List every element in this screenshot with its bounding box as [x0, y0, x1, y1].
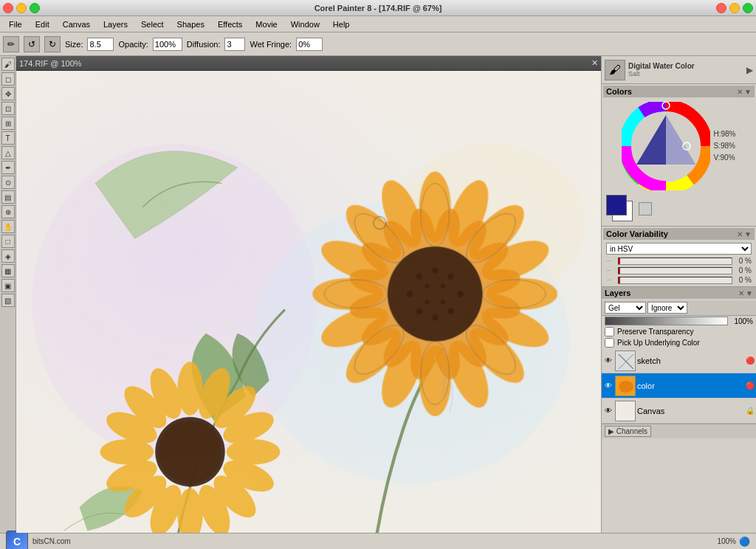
menu-window[interactable]: Window [285, 18, 326, 30]
variability-slider-1: ··· 0 % [603, 256, 755, 266]
eraser-icon[interactable]: ◻ [1, 72, 15, 86]
brush-icon[interactable]: 🖌 [1, 58, 15, 71]
paper-icon[interactable]: ▧ [1, 294, 15, 307]
maximize-button[interactable] [30, 3, 40, 13]
win-close-btn[interactable] [716, 3, 726, 13]
painting-svg: feyte.com 飞特教程网 bitsCN.com [16, 71, 601, 533]
pattern-icon[interactable]: ▦ [1, 264, 15, 277]
variability-mode-select[interactable]: in HSV in RGB [606, 243, 752, 255]
transform-icon[interactable]: ⊡ [1, 102, 15, 115]
win-min-btn[interactable] [729, 3, 740, 13]
close-button[interactable] [3, 3, 13, 13]
menu-file[interactable]: File [3, 18, 28, 30]
variability-slider-bar-1[interactable] [618, 258, 732, 265]
size-input[interactable] [87, 38, 114, 51]
v-value: 90% [721, 153, 735, 162]
fg-color-swatch[interactable] [606, 195, 627, 215]
menu-effects[interactable]: Effects [212, 18, 248, 30]
menu-help[interactable]: Help [327, 18, 356, 30]
diffusion-input[interactable] [224, 38, 245, 51]
hand-icon[interactable]: ✋ [1, 220, 15, 233]
colors-panel-menu[interactable]: ▼ [744, 88, 752, 96]
layers-menu[interactable]: ▼ [746, 289, 753, 297]
composite-select[interactable]: Ignore Default [647, 302, 687, 314]
menu-select[interactable]: Select [135, 18, 170, 30]
variability-menu[interactable]: ▼ [744, 230, 752, 238]
opacity-input[interactable] [153, 38, 182, 51]
brush-preset-arrow[interactable]: ▶ [746, 65, 753, 75]
pen-icon[interactable]: ✒ [1, 161, 15, 174]
svg-point-40 [432, 267, 439, 274]
crop-icon[interactable]: ⊞ [1, 117, 15, 130]
shape-icon[interactable]: △ [1, 146, 15, 159]
opacity-value: 100% [729, 317, 753, 325]
preserve-transparency-check[interactable] [605, 327, 614, 336]
variability-slider-bar-2[interactable] [618, 267, 732, 274]
layer-eye-sketch[interactable]: 👁 [603, 356, 614, 366]
canvas-titlebar: 174.RIF @ 100% ✕ [16, 56, 601, 71]
layer-row-sketch[interactable]: 👁 sketch 🔴 [602, 348, 756, 373]
color-values: H:98% S:98% V:90% [713, 128, 735, 164]
right-panel: 🖌 Digital Water Color Salt ▶ Colors ✕ ▼ [601, 56, 756, 533]
opacity-label: Opacity: [118, 40, 148, 49]
rect-select-icon[interactable]: □ [1, 235, 15, 248]
site-watermark-text: bitsCN.com [32, 537, 71, 545]
eyedropper-icon[interactable]: ⊙ [1, 176, 15, 189]
zoom-icon[interactable]: ⊕ [1, 205, 15, 218]
layer-adjuster-icon[interactable]: ◈ [1, 249, 15, 263]
layers-close[interactable]: ✕ [738, 289, 744, 297]
layer-eye-canvas[interactable]: 👁 [603, 406, 614, 416]
text-icon[interactable]: T [1, 131, 15, 145]
rotate2-icon[interactable]: ↻ [44, 36, 61, 52]
pick-up-label: Pick Up Underlying Color [617, 339, 700, 347]
brush-preset-name: Digital Water Color [628, 62, 743, 70]
blend-mode-select[interactable]: Gel Normal Multiply [605, 302, 646, 314]
layers-panel-header: Layers ✕ ▼ [602, 287, 756, 299]
pick-up-check[interactable] [605, 338, 614, 348]
colors-panel-close[interactable]: ✕ [737, 88, 743, 96]
canvas-close-btn[interactable]: ✕ [591, 58, 598, 68]
colors-panel: Colors ✕ ▼ [602, 84, 756, 227]
menu-layers[interactable]: Layers [97, 18, 134, 30]
brush-preset-bar: 🖌 Digital Water Color Salt ▶ [602, 56, 756, 84]
main-layout: 🖌 ◻ ✥ ⊡ ⊞ T △ ✒ ⊙ ▤ ⊕ ✋ □ ◈ ▦ ▣ ▧ 174.RI… [0, 56, 756, 533]
svg-point-43 [447, 308, 454, 315]
layer-row-color[interactable]: 👁 color 🔴 [602, 373, 756, 398]
brush-media-icon[interactable]: 🖌 [605, 60, 625, 80]
channels-bar: ▶ Channels [602, 424, 756, 438]
variability-slider-bar-3[interactable] [618, 277, 732, 284]
svg-point-46 [407, 291, 413, 297]
menubar: File Edit Canvas Layers Select Shapes Ef… [0, 16, 756, 32]
svg-marker-87 [666, 115, 695, 165]
svg-point-41 [447, 273, 454, 280]
pick-up-row: Pick Up Underlying Color [602, 337, 756, 348]
svg-point-45 [416, 308, 423, 315]
opacity-bar[interactable] [605, 317, 728, 325]
layers-toolbar: Gel Normal Multiply Ignore Default [602, 300, 756, 316]
svg-point-92 [619, 381, 633, 393]
menu-canvas[interactable]: Canvas [57, 18, 96, 30]
swap-colors-btn[interactable] [639, 202, 652, 215]
window-controls-right [716, 3, 753, 13]
move-icon[interactable]: ✥ [1, 87, 15, 100]
layer-row-canvas[interactable]: 👁 Canvas 🔒 [602, 398, 756, 424]
menu-shapes[interactable]: Shapes [171, 18, 210, 30]
brush-tool-icon[interactable]: ✏ [3, 36, 19, 52]
menu-edit[interactable]: Edit [30, 18, 55, 30]
channels-label[interactable]: ▶ Channels [605, 426, 651, 437]
layer-eye-color[interactable]: 👁 [603, 381, 614, 391]
canvas-content[interactable]: feyte.com 飞特教程网 bitsCN.com [16, 71, 601, 533]
info-icon[interactable]: 🔵 [739, 536, 750, 547]
win-max-btn[interactable] [743, 3, 753, 13]
bucket-icon[interactable]: ▤ [1, 190, 15, 204]
opacity-row: 100% [602, 316, 756, 326]
minimize-button[interactable] [16, 3, 27, 13]
color-wheel-svg[interactable] [622, 102, 710, 190]
library-icon[interactable]: ▣ [1, 279, 15, 292]
wet-fringe-input[interactable] [296, 38, 323, 51]
svg-point-42 [457, 291, 464, 297]
rotate-icon[interactable]: ↺ [24, 36, 40, 52]
menu-movie[interactable]: Movie [250, 18, 283, 30]
layer-thumb-canvas [615, 401, 636, 421]
variability-close[interactable]: ✕ [737, 230, 743, 238]
